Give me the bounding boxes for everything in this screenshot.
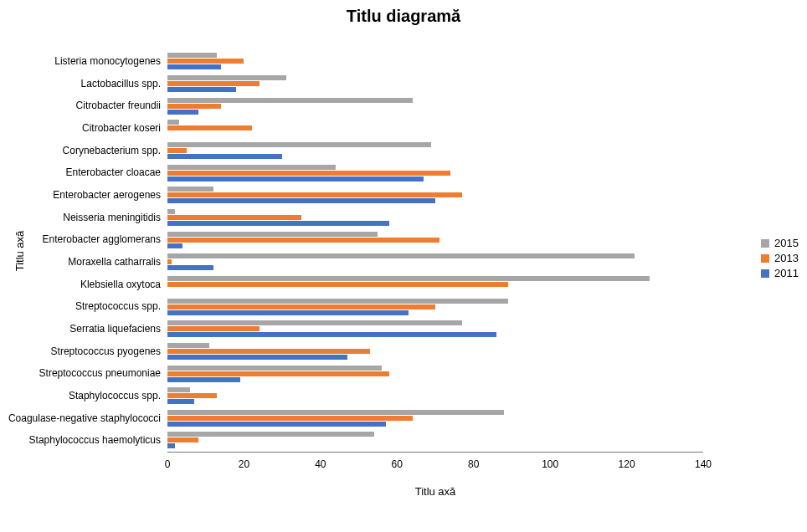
bar-2015 bbox=[167, 209, 175, 214]
category-row: Streptococcus pyogenes bbox=[167, 340, 703, 363]
legend: 201520132011 bbox=[761, 234, 799, 282]
category-row: Moraxella catharralis bbox=[167, 251, 703, 274]
bar-2013 bbox=[167, 416, 413, 421]
category-label: Citrobacter koseri bbox=[82, 117, 161, 140]
bar-2011 bbox=[167, 443, 175, 448]
x-axis-line bbox=[167, 452, 703, 453]
bar-2011 bbox=[167, 422, 386, 427]
x-tick-label: 60 bbox=[392, 458, 403, 470]
bar-2015 bbox=[167, 432, 374, 437]
bar-2013 bbox=[167, 282, 508, 287]
category-label: Streptococcus pyogenes bbox=[51, 340, 161, 363]
x-tick-label: 80 bbox=[468, 458, 479, 470]
bar-2011 bbox=[167, 355, 347, 360]
bar-2013 bbox=[167, 349, 370, 354]
bar-2013 bbox=[167, 393, 217, 398]
category-label: Serratia liquefaciens bbox=[69, 318, 161, 340]
plot-area: Listeria monocytogenesLactobacillus spp.… bbox=[167, 50, 703, 452]
bar-2013 bbox=[167, 104, 221, 109]
bar-2011 bbox=[167, 87, 236, 92]
category-label: Lactobacillus spp. bbox=[81, 73, 161, 95]
x-axis-label: Titlu axă bbox=[167, 485, 703, 498]
bar-2011 bbox=[167, 310, 409, 315]
bar-2013 bbox=[167, 304, 435, 309]
bar-2013 bbox=[167, 125, 252, 130]
category-row: Citrobacter freundii bbox=[167, 95, 703, 117]
bar-2013 bbox=[167, 238, 439, 243]
bar-2015 bbox=[167, 232, 378, 237]
bar-2011 bbox=[167, 198, 435, 203]
bar-2015 bbox=[167, 53, 217, 58]
bar-2011 bbox=[167, 110, 198, 115]
legend-item: 2011 bbox=[761, 267, 799, 279]
bar-2015 bbox=[167, 120, 179, 125]
bar-2013 bbox=[167, 192, 462, 197]
bar-2015 bbox=[167, 75, 286, 80]
legend-label: 2011 bbox=[774, 267, 799, 279]
bar-2011 bbox=[167, 64, 221, 69]
category-row: Streptococcus spp. bbox=[167, 295, 703, 318]
category-row: Staphylococcus spp. bbox=[167, 385, 703, 407]
x-tick-label: 20 bbox=[239, 458, 249, 470]
category-label: Staphylococcus haemolyticus bbox=[29, 429, 161, 452]
bar-2015 bbox=[167, 165, 336, 170]
x-tick-label: 140 bbox=[695, 458, 712, 470]
category-row: Lactobacillus spp. bbox=[167, 73, 703, 95]
category-row: Listeria monocytogenes bbox=[167, 50, 703, 73]
category-row: Serratia liquefaciens bbox=[167, 318, 703, 340]
category-row: Enterobacter cloacae bbox=[167, 161, 703, 184]
category-label: Coagulase-negative staphylococci bbox=[8, 407, 161, 430]
legend-swatch bbox=[761, 254, 769, 263]
category-label: Moraxella catharralis bbox=[68, 251, 161, 274]
category-row: Enterobacter agglomerans bbox=[167, 228, 703, 251]
x-tick-label: 120 bbox=[619, 458, 635, 470]
x-tick-label: 0 bbox=[165, 458, 171, 470]
category-row: Coagulase-negative staphylococci bbox=[167, 407, 703, 430]
category-row: Citrobacter koseri bbox=[167, 117, 703, 140]
chart-title: Titlu diagramă bbox=[0, 7, 807, 26]
x-tick-label: 40 bbox=[315, 458, 326, 470]
bar-2015 bbox=[167, 299, 508, 304]
bar-2011 bbox=[167, 377, 240, 382]
bar-2011 bbox=[167, 243, 182, 248]
bar-2011 bbox=[167, 399, 194, 404]
horizontal-grouped-bar-chart: Titlu diagramă Listeria monocytogenesLac… bbox=[0, 0, 807, 532]
category-row: Klebsiella oxytoca bbox=[167, 274, 703, 296]
category-label: Staphylococcus spp. bbox=[69, 385, 161, 407]
bar-2015 bbox=[167, 98, 413, 103]
bar-2011 bbox=[167, 176, 424, 182]
bar-2011 bbox=[167, 154, 282, 159]
category-label: Klebsiella oxytoca bbox=[80, 274, 161, 296]
bar-2013 bbox=[167, 326, 260, 331]
bar-2015 bbox=[167, 387, 190, 392]
category-row: Corynebacterium spp. bbox=[167, 140, 703, 162]
x-tick-label: 100 bbox=[542, 458, 558, 470]
bar-2015 bbox=[167, 187, 213, 192]
bar-2015 bbox=[167, 366, 382, 371]
bar-2013 bbox=[167, 259, 172, 264]
legend-item: 2013 bbox=[761, 252, 799, 264]
bar-2011 bbox=[167, 221, 389, 226]
category-row: Streptococcus pneumoniae bbox=[167, 362, 703, 385]
bar-2011 bbox=[167, 265, 213, 270]
category-label: Enterobacter cloacae bbox=[66, 161, 161, 184]
category-row: Staphylococcus haemolyticus bbox=[167, 429, 703, 452]
category-row: Neisseria meningitidis bbox=[167, 207, 703, 229]
bar-2013 bbox=[167, 148, 187, 153]
category-label: Corynebacterium spp. bbox=[63, 140, 161, 162]
bar-2013 bbox=[167, 81, 260, 86]
bar-2015 bbox=[167, 410, 504, 415]
category-label: Listeria monocytogenes bbox=[54, 50, 161, 73]
bar-2015 bbox=[167, 253, 635, 258]
bar-2013 bbox=[167, 171, 450, 176]
y-axis-label: Titlu axă bbox=[12, 50, 28, 452]
category-label: Citrobacter freundii bbox=[76, 95, 161, 117]
legend-label: 2013 bbox=[774, 252, 799, 264]
legend-swatch bbox=[761, 239, 769, 248]
legend-item: 2015 bbox=[761, 237, 799, 249]
bar-2015 bbox=[167, 276, 650, 281]
legend-swatch bbox=[761, 269, 769, 278]
bar-2013 bbox=[167, 371, 389, 376]
category-label: Streptococcus spp. bbox=[75, 295, 161, 318]
bar-2013 bbox=[167, 59, 244, 64]
